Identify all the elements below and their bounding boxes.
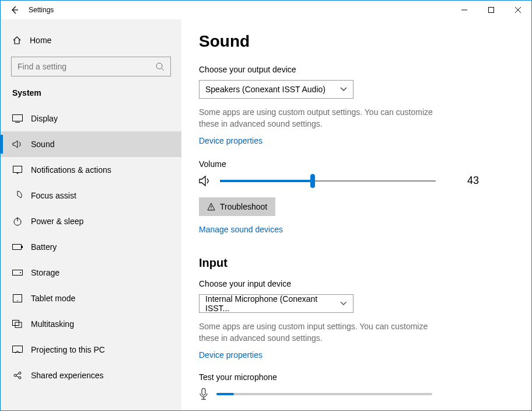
output-device-select[interactable]: Speakers (Conexant ISST Audio) bbox=[199, 80, 354, 99]
input-device-select[interactable]: Internal Microphone (Conexant ISST... bbox=[199, 294, 354, 313]
search-icon bbox=[155, 62, 164, 71]
svg-rect-20 bbox=[13, 346, 23, 353]
sidebar-item-label: Shared experiences bbox=[31, 371, 104, 380]
svg-point-21 bbox=[14, 374, 16, 377]
chevron-down-icon bbox=[340, 301, 347, 306]
sidebar-item-multitasking[interactable]: Multitasking bbox=[1, 311, 181, 337]
svg-rect-7 bbox=[13, 115, 23, 121]
sidebar-item-battery[interactable]: Battery bbox=[1, 234, 181, 260]
page-title: Sound bbox=[199, 32, 514, 51]
sidebar: Home System Display Sound Notifications … bbox=[1, 19, 181, 411]
volume-value: 43 bbox=[467, 175, 479, 187]
maximize-button[interactable] bbox=[478, 1, 505, 19]
sidebar-item-projecting[interactable]: Projecting to this PC bbox=[1, 337, 181, 363]
volume-label: Volume bbox=[199, 159, 514, 169]
sidebar-item-label: Notifications & actions bbox=[31, 165, 111, 175]
sidebar-item-label: Power & sleep bbox=[31, 217, 83, 226]
sidebar-section-title: System bbox=[1, 86, 181, 106]
svg-rect-12 bbox=[13, 245, 22, 250]
output-device-properties-link[interactable]: Device properties bbox=[199, 136, 262, 145]
sidebar-item-power-sleep[interactable]: Power & sleep bbox=[1, 208, 181, 234]
sidebar-home-label: Home bbox=[30, 36, 51, 45]
output-troubleshoot-button[interactable]: Troubleshoot bbox=[199, 197, 275, 216]
window-title: Settings bbox=[29, 6, 54, 14]
minimize-button[interactable] bbox=[451, 1, 478, 19]
svg-rect-9 bbox=[13, 166, 22, 173]
sidebar-item-label: Battery bbox=[31, 242, 57, 252]
titlebar: Settings bbox=[1, 1, 531, 19]
output-device-value: Speakers (Conexant ISST Audio) bbox=[205, 85, 326, 94]
shared-icon bbox=[12, 370, 23, 381]
mic-level-meter bbox=[216, 393, 432, 395]
input-heading: Input bbox=[199, 256, 514, 270]
svg-rect-19 bbox=[15, 322, 22, 328]
back-button[interactable] bbox=[1, 1, 29, 19]
sidebar-item-label: Focus assist bbox=[31, 191, 76, 200]
sidebar-item-shared-experiences[interactable]: Shared experiences bbox=[1, 363, 181, 388]
chevron-down-icon bbox=[340, 87, 347, 92]
sound-icon bbox=[12, 139, 23, 149]
maximize-icon bbox=[488, 7, 494, 13]
sidebar-item-label: Tablet mode bbox=[31, 294, 75, 303]
sidebar-item-label: Projecting to this PC bbox=[31, 345, 105, 354]
speaker-icon bbox=[199, 175, 212, 187]
sidebar-item-label: Display bbox=[31, 114, 58, 123]
battery-icon bbox=[12, 242, 23, 252]
sidebar-item-label: Storage bbox=[31, 268, 60, 277]
svg-point-23 bbox=[19, 377, 21, 379]
svg-line-25 bbox=[16, 376, 19, 377]
volume-slider[interactable] bbox=[220, 175, 436, 187]
display-icon bbox=[12, 113, 23, 124]
svg-point-15 bbox=[20, 272, 21, 273]
projecting-icon bbox=[12, 344, 23, 355]
manage-sound-devices-link[interactable]: Manage sound devices bbox=[199, 225, 283, 234]
svg-point-17 bbox=[17, 300, 18, 301]
minimize-icon bbox=[461, 7, 467, 13]
test-mic-label: Test your microphone bbox=[199, 372, 514, 382]
output-note: Some apps are using custom output settin… bbox=[199, 107, 450, 130]
sidebar-item-notifications[interactable]: Notifications & actions bbox=[1, 157, 181, 183]
microphone-icon bbox=[199, 388, 208, 400]
svg-rect-2 bbox=[489, 8, 494, 13]
svg-rect-13 bbox=[22, 246, 23, 248]
sidebar-item-focus-assist[interactable]: Focus assist bbox=[1, 183, 181, 208]
svg-line-24 bbox=[16, 374, 19, 375]
notifications-icon bbox=[12, 165, 23, 175]
input-device-value: Internal Microphone (Conexant ISST... bbox=[205, 294, 340, 313]
svg-point-22 bbox=[19, 372, 21, 374]
storage-icon bbox=[12, 267, 23, 278]
svg-point-5 bbox=[156, 63, 162, 69]
close-icon bbox=[515, 7, 521, 13]
input-choose-label: Choose your input device bbox=[199, 279, 514, 288]
svg-point-27 bbox=[211, 208, 211, 209]
sidebar-home[interactable]: Home bbox=[1, 31, 181, 50]
home-icon bbox=[12, 36, 22, 45]
focus-assist-icon bbox=[12, 190, 23, 201]
multitasking-icon bbox=[12, 319, 23, 329]
sidebar-item-label: Sound bbox=[31, 140, 54, 149]
svg-rect-28 bbox=[202, 388, 205, 395]
search-input[interactable] bbox=[11, 57, 171, 76]
sidebar-item-sound[interactable]: Sound bbox=[1, 131, 181, 157]
svg-rect-18 bbox=[13, 321, 19, 326]
sidebar-item-label: Multitasking bbox=[31, 319, 74, 329]
sidebar-item-tablet-mode[interactable]: Tablet mode bbox=[1, 285, 181, 311]
close-button[interactable] bbox=[505, 1, 531, 19]
troubleshoot-label: Troubleshoot bbox=[220, 202, 267, 211]
power-icon bbox=[12, 216, 23, 227]
tablet-icon bbox=[12, 293, 23, 304]
svg-line-6 bbox=[162, 68, 164, 71]
input-note: Some apps are using custom input setting… bbox=[199, 321, 450, 344]
main-panel: Sound Choose your output device Speakers… bbox=[181, 19, 531, 411]
output-choose-label: Choose your output device bbox=[199, 65, 514, 74]
arrow-left-icon bbox=[10, 5, 19, 15]
sidebar-item-display[interactable]: Display bbox=[1, 106, 181, 131]
sidebar-item-storage[interactable]: Storage bbox=[1, 260, 181, 285]
input-device-properties-link[interactable]: Device properties bbox=[199, 350, 262, 360]
warning-icon bbox=[207, 203, 215, 211]
search-field[interactable] bbox=[18, 62, 150, 71]
